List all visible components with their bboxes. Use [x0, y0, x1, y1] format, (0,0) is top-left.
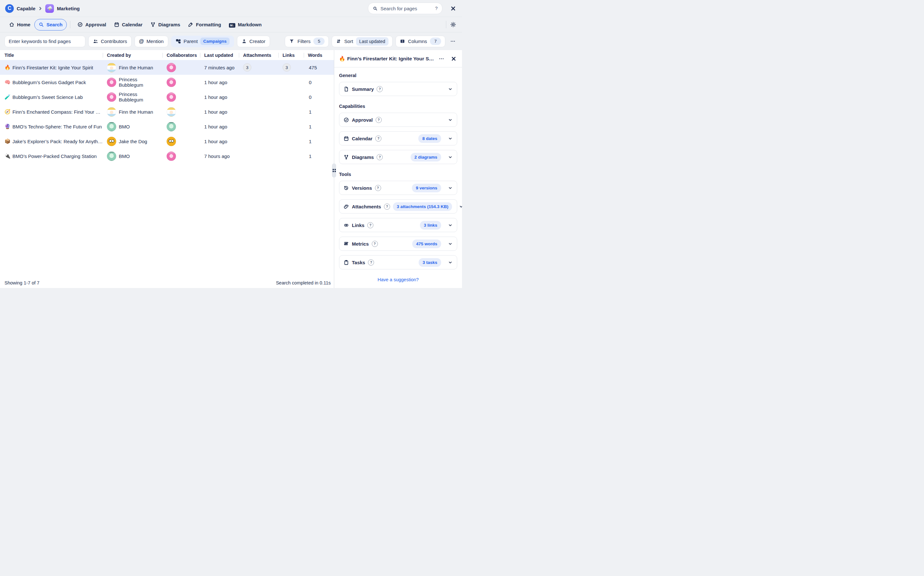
table-row[interactable]: 🔥 Finn’s Firestarter Kit: Ignite Your Sp…: [0, 60, 334, 75]
help-icon[interactable]: ?: [384, 203, 390, 210]
attachments-count-badge: 3: [243, 63, 251, 72]
help-icon[interactable]: ?: [377, 86, 383, 92]
column-header-created-by[interactable]: Created by: [103, 53, 163, 58]
table-row[interactable]: 📦 Jake’s Explorer’s Pack: Ready for Anyt…: [0, 134, 334, 149]
action-count-badge: Last updated: [356, 37, 388, 46]
gear-icon[interactable]: [449, 21, 457, 28]
card-label: Versions: [352, 185, 372, 191]
cell-title: 🧠 Bubblegum’s Genius Gadget Pack: [0, 79, 103, 85]
cell-title: 🔥 Finn’s Firestarter Kit: Ignite Your Sp…: [0, 64, 103, 70]
avatar: [107, 63, 116, 72]
link-icon: [344, 222, 349, 228]
chevron-right-icon: [38, 6, 42, 11]
panel-card-links[interactable]: Links ?3 links: [339, 218, 457, 232]
keyword-search-input[interactable]: Enter keywords to find pages: [5, 36, 85, 47]
cell-last-updated: 7 hours ago: [200, 154, 239, 159]
nav-item-markdown[interactable]: M↓Markdown: [225, 19, 265, 30]
filter-chip-contributors[interactable]: Contributors: [88, 36, 132, 47]
filter-chip-creator[interactable]: Creator: [237, 36, 270, 47]
breadcrumb-app-name[interactable]: Capable: [17, 6, 35, 11]
history-icon: [344, 185, 349, 191]
help-icon[interactable]: ?: [372, 241, 378, 247]
cell-last-updated: 1 hour ago: [200, 124, 239, 130]
diagram-icon: [150, 22, 156, 27]
page-title: BMO’s Techno-Sphere: The Future of Fun: [13, 124, 102, 130]
check-circle-icon: [344, 117, 349, 123]
page-emoji: 🧠: [5, 79, 11, 85]
more-actions-button[interactable]: [448, 36, 457, 47]
panel-resize-handle[interactable]: [332, 163, 336, 178]
nav-item-formatting[interactable]: Formatting: [184, 19, 225, 30]
panel-card-diagrams[interactable]: Diagrams ?2 diagrams: [339, 150, 457, 164]
section-heading: General: [339, 73, 457, 78]
help-icon[interactable]: ?: [368, 259, 374, 266]
nav-item-home[interactable]: Home: [5, 19, 34, 30]
nav-item-search[interactable]: Search: [34, 19, 67, 30]
card-value-badge: 2 diagrams: [411, 153, 441, 162]
markdown-icon: M↓: [229, 22, 235, 27]
column-header-last-updated[interactable]: Last updated: [200, 53, 239, 58]
table-row[interactable]: 🧭 Finn’s Enchanted Compass: Find Your Wa…: [0, 104, 334, 119]
chevron-down-icon: [448, 155, 453, 160]
nav-divider: [70, 21, 70, 28]
cell-title: 🔮 BMO’s Techno-Sphere: The Future of Fun: [0, 123, 103, 130]
details-panel-actions: [438, 55, 457, 62]
help-icon[interactable]: ?: [376, 117, 382, 123]
column-header-title[interactable]: Title: [0, 53, 103, 58]
help-icon[interactable]: ?: [377, 154, 383, 160]
close-icon[interactable]: [450, 55, 457, 62]
page-emoji: 🧭: [5, 109, 11, 115]
panel-card-tasks[interactable]: Tasks ?3 tasks: [339, 255, 457, 269]
close-icon[interactable]: [449, 5, 457, 12]
panel-card-summary[interactable]: Summary ?: [339, 82, 457, 96]
nav-item-diagrams[interactable]: Diagrams: [146, 19, 184, 30]
cell-collaborators: [163, 137, 200, 146]
cell-title: 🔌 BMO’s Power-Packed Charging Station: [0, 153, 103, 159]
details-panel-header: 🔥 Finn’s Firestarter Kit: Ignite Your Sp…: [334, 50, 462, 67]
table-row[interactable]: 🧠 Bubblegum’s Genius Gadget Pack Princes…: [0, 75, 334, 90]
panel-card-calendar[interactable]: Calendar ?8 dates: [339, 131, 457, 146]
panel-card-attachments[interactable]: Attachments ?3 attachments (154.3 KB): [339, 199, 457, 213]
avatar: [166, 122, 176, 131]
table-row[interactable]: 🔮 BMO’s Techno-Sphere: The Future of Fun…: [0, 119, 334, 134]
avatar: [107, 122, 116, 131]
calendar-icon: [114, 22, 120, 27]
panel-card-metrics[interactable]: Metrics ?475 words: [339, 237, 457, 251]
panel-card-versions[interactable]: Versions ?9 versions: [339, 181, 457, 195]
action-filters-button[interactable]: Filters5: [285, 36, 329, 47]
breadcrumb-workspace-name[interactable]: Marketing: [57, 6, 80, 11]
ellipsis-icon[interactable]: [438, 55, 445, 62]
nav-item-approval[interactable]: Approval: [74, 19, 110, 30]
table-row[interactable]: 🧪 Bubblegum’s Sweet Science Lab Princess…: [0, 90, 334, 104]
filter-chip-mention[interactable]: @Mention: [134, 36, 168, 47]
action-columns-button[interactable]: Columns7: [396, 36, 445, 47]
card-label: Diagrams: [352, 154, 374, 160]
cell-title: 🧭 Finn’s Enchanted Compass: Find Your Wa…: [0, 109, 103, 115]
links-count-badge: 3: [283, 63, 291, 72]
help-icon[interactable]: ?: [375, 185, 381, 191]
sort-icon: [336, 38, 341, 44]
brush-icon: [188, 22, 193, 27]
avatar: [166, 63, 176, 72]
help-icon[interactable]: ?: [367, 222, 373, 228]
table-rows: 🔥 Finn’s Firestarter Kit: Ignite Your Sp…: [0, 60, 334, 163]
avatar: [107, 78, 116, 87]
global-search-placeholder: Search for pages: [380, 6, 417, 11]
column-header-words[interactable]: Words: [304, 53, 334, 58]
action-sort-button[interactable]: SortLast updated: [332, 36, 392, 47]
details-panel-body: General Summary ?Capabilities Approval ?…: [334, 67, 462, 288]
table-row[interactable]: 🔌 BMO’s Power-Packed Charging Station BM…: [0, 149, 334, 163]
card-label: Approval: [352, 117, 373, 123]
creator-name: Princess Bubblegum: [119, 91, 163, 102]
nav-item-calendar[interactable]: Calendar: [110, 19, 146, 30]
column-header-links[interactable]: Links: [278, 53, 304, 58]
suggestion-link[interactable]: Have a suggestion?: [339, 277, 457, 282]
help-icon[interactable]: ?: [375, 136, 381, 142]
chevron-down-icon: [448, 260, 453, 265]
column-header-attachments[interactable]: Attachments: [239, 53, 278, 58]
filter-chip-parent[interactable]: ParentCampaigns: [171, 36, 234, 47]
cell-created-by: Finn the Human: [103, 63, 163, 72]
global-search-input[interactable]: Search for pages ?: [368, 3, 443, 14]
column-header-collaborators[interactable]: Collaborators: [163, 53, 200, 58]
panel-card-approval[interactable]: Approval ?: [339, 113, 457, 127]
